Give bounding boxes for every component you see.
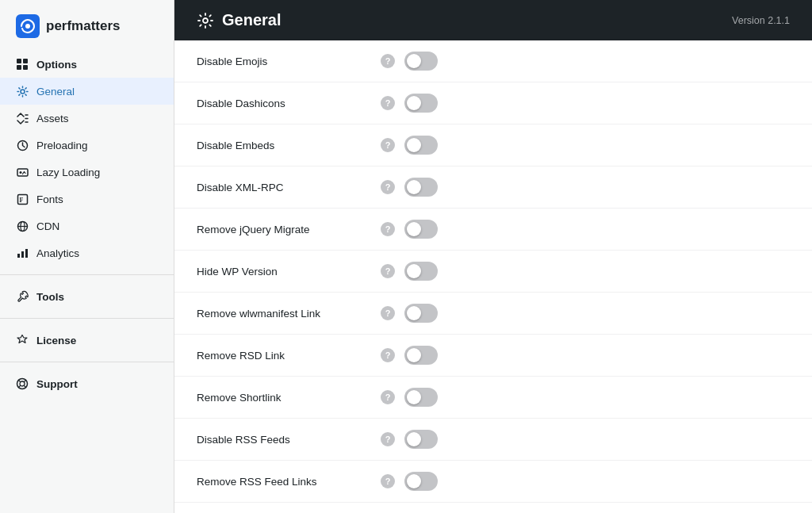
sidebar-item-support[interactable]: Support [0, 370, 174, 397]
settings-row-disable-embeds: Disable Embeds? [174, 124, 812, 167]
analytics-icon [16, 247, 29, 259]
main-header: General Version 2.1.1 [174, 0, 812, 40]
help-icon-remove-wlwmanifest[interactable]: ? [381, 306, 395, 320]
sidebar-divider-1 [0, 274, 174, 275]
settings-label-remove-rss-feed-links: Remove RSS Feed Links [197, 476, 371, 488]
options-section-label: Options [0, 51, 174, 78]
sidebar-item-cdn-label: CDN [36, 220, 59, 232]
help-icon-disable-embeds[interactable]: ? [381, 138, 395, 152]
toggle-remove-rss-feed-links[interactable] [404, 472, 438, 491]
settings-label-remove-wlwmanifest: Remove wlwmanifest Link [197, 308, 371, 320]
sidebar-item-preloading[interactable]: Preloading [0, 132, 174, 159]
sidebar-item-fonts-label: Fonts [36, 193, 63, 205]
help-icon-disable-emojis[interactable]: ? [381, 54, 395, 68]
toggle-remove-shortlink[interactable] [404, 388, 438, 407]
logo-text: perfmatters [46, 18, 121, 34]
settings-row-disable-xmlrpc: Disable XML-RPC? [174, 167, 812, 209]
help-icon-disable-dashicons[interactable]: ? [381, 96, 395, 110]
sidebar-item-analytics[interactable]: Analytics [0, 239, 174, 266]
toggle-remove-jquery-migrate[interactable] [404, 220, 438, 239]
help-icon-disable-xmlrpc[interactable]: ? [381, 180, 395, 194]
settings-row-remove-rsd-link: Remove RSD Link? [174, 335, 812, 377]
svg-rect-5 [23, 65, 28, 70]
toggle-disable-embeds[interactable] [404, 136, 438, 155]
settings-row-disable-rss-feeds: Disable RSS Feeds? [174, 419, 812, 461]
toggle-remove-rsd-link[interactable] [404, 346, 438, 365]
sidebar-divider-3 [0, 362, 174, 362]
settings-row-disable-self-pingbacks: Disable Self Pingbacks? [174, 503, 812, 513]
svg-rect-4 [17, 65, 21, 70]
svg-point-1 [25, 24, 30, 29]
toggle-disable-rss-feeds[interactable] [404, 430, 438, 449]
help-icon-remove-rsd-link[interactable]: ? [381, 348, 395, 362]
main-content: General Version 2.1.1 Disable Emojis?Dis… [174, 0, 812, 513]
license-icon [16, 334, 29, 346]
settings-row-remove-rss-feed-links: Remove RSS Feed Links? [174, 461, 812, 503]
settings-label-remove-rsd-link: Remove RSD Link [197, 350, 371, 362]
svg-point-27 [203, 18, 208, 23]
settings-label-disable-xmlrpc: Disable XML-RPC [197, 182, 371, 193]
svg-rect-18 [17, 254, 20, 258]
general-icon [16, 85, 29, 98]
toggle-disable-xmlrpc[interactable] [404, 178, 438, 197]
toggle-disable-dashicons[interactable] [404, 94, 438, 113]
support-icon [16, 377, 29, 390]
fonts-icon: F [16, 193, 29, 205]
settings-row-hide-wp-version: Hide WP Version? [174, 251, 812, 293]
svg-rect-2 [17, 59, 21, 63]
settings-row-remove-shortlink: Remove Shortlink? [174, 377, 812, 419]
main-header-title: General [197, 11, 281, 29]
svg-point-6 [21, 90, 25, 94]
header-gear-icon [197, 12, 214, 29]
toggle-disable-emojis[interactable] [404, 52, 438, 71]
sidebar-divider-2 [0, 318, 174, 319]
help-icon-remove-shortlink[interactable]: ? [381, 390, 395, 404]
help-icon-remove-jquery-migrate[interactable]: ? [381, 222, 395, 236]
tools-icon [16, 290, 29, 303]
settings-label-disable-embeds: Disable Embeds [197, 140, 371, 151]
sidebar-item-tools[interactable]: Tools [0, 283, 174, 310]
settings-label-disable-dashicons: Disable Dashicons [197, 98, 371, 109]
logo: perfmatters [0, 0, 174, 51]
sidebar-item-assets[interactable]: Assets [0, 105, 174, 132]
settings-panel: Disable Emojis?Disable Dashicons?Disable… [174, 40, 812, 513]
settings-label-disable-rss-feeds: Disable RSS Feeds [197, 434, 371, 446]
sidebar-item-preloading-label: Preloading [36, 140, 88, 151]
sidebar-item-license[interactable]: License [0, 327, 174, 354]
help-icon-hide-wp-version[interactable]: ? [381, 264, 395, 278]
help-icon-remove-rss-feed-links[interactable]: ? [381, 474, 395, 488]
svg-rect-11 [17, 169, 28, 176]
preloading-icon [16, 139, 29, 151]
sidebar-item-general-label: General [36, 86, 75, 98]
toggle-hide-wp-version[interactable] [404, 262, 438, 281]
settings-label-remove-jquery-migrate: Remove jQuery Migrate [197, 224, 371, 235]
settings-row-disable-emojis: Disable Emojis? [174, 40, 812, 82]
help-icon-disable-rss-feeds[interactable]: ? [381, 432, 395, 446]
sidebar-item-fonts[interactable]: F Fonts [0, 186, 174, 212]
settings-label-disable-emojis: Disable Emojis [197, 56, 371, 67]
grid-icon [16, 58, 29, 71]
version-label: Version 2.1.1 [732, 15, 790, 26]
toggle-remove-wlwmanifest[interactable] [404, 304, 438, 323]
settings-row-remove-wlwmanifest: Remove wlwmanifest Link? [174, 293, 812, 335]
sidebar-item-lazy-loading-label: Lazy Loading [36, 167, 100, 178]
lazy-loading-icon [16, 166, 29, 178]
settings-label-remove-shortlink: Remove Shortlink [197, 392, 371, 404]
assets-icon [16, 112, 29, 124]
settings-row-remove-jquery-migrate: Remove jQuery Migrate? [174, 209, 812, 251]
settings-row-disable-dashicons: Disable Dashicons? [174, 82, 812, 124]
cdn-icon [16, 220, 29, 232]
sidebar-item-general[interactable]: General [0, 78, 174, 105]
svg-point-12 [19, 171, 21, 174]
sidebar-item-analytics-label: Analytics [36, 247, 79, 259]
svg-rect-3 [23, 59, 28, 63]
sidebar-item-cdn[interactable]: CDN [0, 212, 174, 239]
sidebar-item-assets-label: Assets [36, 113, 69, 124]
logo-icon [16, 14, 40, 38]
svg-rect-20 [25, 249, 28, 258]
svg-text:F: F [19, 197, 23, 204]
settings-label-hide-wp-version: Hide WP Version [197, 266, 371, 278]
sidebar: perfmatters Options General [0, 0, 174, 513]
svg-rect-19 [21, 251, 24, 258]
sidebar-item-lazy-loading[interactable]: Lazy Loading [0, 159, 174, 186]
